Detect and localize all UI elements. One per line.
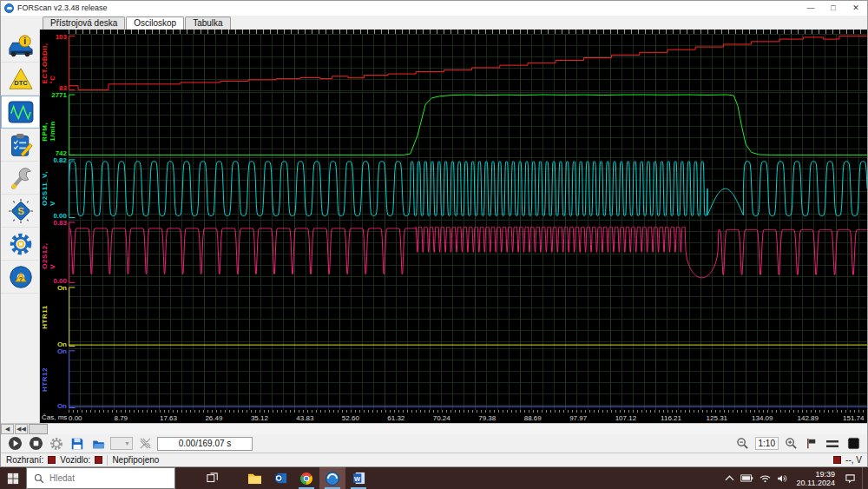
time-tick-label: 125.31 (707, 414, 727, 422)
action-center-icon[interactable] (845, 473, 856, 484)
chrome-icon (299, 472, 313, 486)
time-axis: Čas, ms 0.008.7917.6326.4935.1243.8352.6… (40, 410, 867, 423)
zoom-in-icon (785, 437, 798, 450)
sidebar-item-settings[interactable] (1, 228, 40, 261)
scroll-start-button[interactable]: ◀◀ (15, 424, 28, 434)
channel-waveform (69, 348, 867, 410)
search-input[interactable] (49, 473, 145, 483)
channel-name-label: RPM, 1/min (41, 109, 56, 142)
show-desktop-button[interactable] (862, 467, 866, 489)
delete-x-icon (139, 437, 152, 450)
wrench-icon (9, 166, 33, 190)
taskbar-search[interactable] (26, 467, 175, 489)
gear-icon (9, 232, 33, 256)
sidebar-item-dtc[interactable]: DTC (1, 63, 40, 96)
time-tick-label: 134.09 (752, 414, 773, 422)
sidebar-item-oscilloscope[interactable] (1, 96, 40, 129)
folder-icon (247, 472, 262, 485)
restore-button[interactable]: □ (822, 1, 845, 16)
channel-trace (69, 36, 867, 90)
open-folder-icon (91, 437, 106, 451)
taskbar-word[interactable]: W (345, 467, 372, 489)
channel-name-label: ECT.OBDII, °C (41, 43, 56, 83)
channel-name-label: O2S11_V, V (41, 171, 56, 206)
sidebar-item-programming[interactable]: S (1, 195, 40, 228)
chevron-down-icon: ▼ (124, 440, 132, 446)
wifi-icon[interactable] (760, 474, 771, 483)
tests-icon (9, 133, 33, 157)
search-icon (34, 473, 44, 484)
tab-pristrojova-deska[interactable]: Přístrojová deska (43, 17, 125, 30)
zoom-out-icon (736, 437, 749, 450)
stop-icon (29, 436, 43, 451)
time-tick-label: 116.21 (661, 414, 681, 422)
speaker-icon[interactable] (777, 474, 787, 483)
layout-lines-button[interactable] (824, 436, 841, 452)
scope-channel-3: O2S11_V, V0.820.00 (40, 157, 867, 220)
time-tick-label: 0.00 (69, 414, 82, 422)
scope-toolbar: ▼ 0.00/169.07 s 1:10 (1, 434, 867, 453)
channel-name-label: HTR12 (41, 367, 49, 392)
time-tick-label: 97.97 (569, 414, 587, 422)
taskbar-clock[interactable]: 19:39 20.11.2024 (793, 470, 838, 487)
time-tick-label: 35.12 (251, 414, 268, 422)
forscan-taskbar-icon (326, 472, 339, 486)
taskbar-file-explorer[interactable] (241, 467, 267, 489)
taskbar-forscan[interactable] (319, 467, 345, 489)
minimize-button[interactable]: — (799, 1, 822, 16)
vehicle-status-indicator (95, 456, 102, 464)
help-icon: ? (9, 265, 33, 289)
svg-text:W: W (354, 475, 361, 483)
tab-tabulka[interactable]: Tabulka (185, 17, 230, 30)
time-tick-label: 107.12 (615, 414, 636, 422)
taskbar-outlook[interactable] (267, 467, 293, 489)
position-readout: 0.00/169.07 s (157, 437, 253, 451)
oscilloscope-plot[interactable]: ECT.OBDII, °C10383RPM, 1/min2771742O2S11… (40, 30, 867, 423)
windows-taskbar: W 19:39 20.11.2024 (0, 467, 868, 489)
channel-max-label: On (40, 348, 67, 355)
channel-trace (69, 228, 867, 278)
save-button[interactable] (69, 436, 86, 452)
window-title: FORScan v2.3.48 release (17, 3, 108, 12)
scope-scrollbar-thumb[interactable] (29, 424, 48, 434)
marker-button[interactable] (803, 436, 820, 452)
play-button[interactable] (6, 436, 23, 452)
stop-button[interactable] (27, 436, 44, 452)
time-tick-label: 43.83 (296, 414, 313, 422)
tray-chevron-icon[interactable] (725, 475, 734, 482)
car-info-icon: i (8, 34, 34, 58)
open-button[interactable] (89, 436, 107, 452)
play-icon (8, 436, 23, 451)
title-bar: FORScan v2.3.48 release — □ ✕ (1, 1, 867, 16)
channel-max-label: On (40, 285, 67, 292)
interface-status-indicator (48, 456, 56, 464)
zoom-out-button[interactable] (734, 436, 752, 452)
tab-osciloskop[interactable]: Osciloskop (126, 17, 184, 30)
sidebar-item-service[interactable] (1, 162, 40, 195)
zoom-in-button[interactable] (782, 436, 799, 452)
clear-button[interactable] (136, 436, 154, 452)
channel-axis-bracket (69, 351, 76, 408)
connection-status: Nepřipojeno (112, 455, 159, 465)
task-view-button[interactable] (200, 467, 226, 489)
close-button[interactable]: ✕ (845, 1, 867, 16)
taskbar-chrome[interactable] (293, 467, 319, 489)
sidebar-item-vehicle-info[interactable]: i (1, 30, 40, 63)
scope-scrollbar[interactable] (29, 424, 867, 434)
dtc-icon: DTC (8, 67, 34, 91)
record-settings-button[interactable] (48, 436, 65, 452)
time-tick-label: 26.49 (205, 414, 222, 422)
channel-name-label: O2S12, V (41, 236, 56, 269)
scope-channel-2: RPM, 1/min2771742 (40, 92, 867, 157)
channel-min-label: On (40, 403, 67, 410)
sidebar-item-tests[interactable] (1, 129, 40, 162)
layout-single-button[interactable] (845, 436, 862, 452)
speed-select[interactable]: ▼ (110, 437, 133, 450)
battery-icon[interactable] (740, 474, 753, 482)
time-axis-label: Čas, ms (42, 413, 67, 421)
scroll-left-button[interactable]: ◀ (1, 424, 14, 434)
sidebar-item-help[interactable]: ? (1, 261, 40, 294)
start-button[interactable] (0, 467, 26, 489)
time-tick-label: 61.32 (387, 414, 404, 422)
channel-trace (69, 162, 867, 216)
